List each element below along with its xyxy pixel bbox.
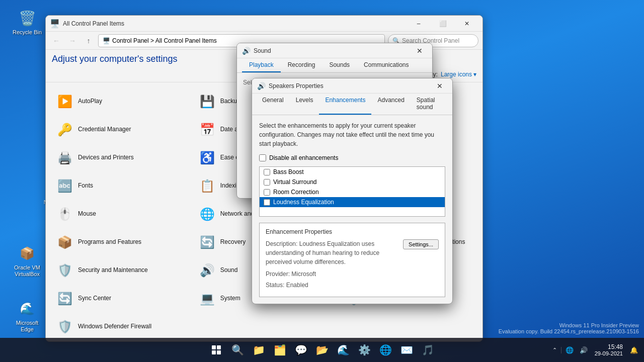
svg-rect-2 bbox=[212, 350, 216, 354]
up-button[interactable]: ↑ bbox=[82, 34, 95, 47]
tab-communications[interactable]: Communications bbox=[357, 58, 416, 72]
room-correction-label: Room Correction bbox=[273, 189, 319, 196]
search-taskbar-button[interactable]: 🔍 bbox=[228, 341, 247, 359]
speakers-dialog-title: Speakers Properties bbox=[269, 82, 429, 89]
cp-item-credential[interactable]: 🔑 Credential Manager bbox=[52, 117, 192, 143]
virtual-surround-checkbox[interactable] bbox=[264, 179, 270, 186]
ease-icon: ♿ bbox=[198, 149, 216, 167]
cp-window-title: All Control Panel Items bbox=[63, 20, 404, 27]
loudness-eq-label: Loudness Equalization bbox=[273, 199, 334, 206]
speakers-titlebar: 🔊 Speakers Properties ✕ bbox=[252, 78, 452, 94]
chevron-down-icon: ▾ bbox=[473, 71, 476, 78]
enhancement-bass-boost[interactable]: Bass Boost bbox=[260, 167, 445, 177]
settings-button[interactable]: ⚙️ bbox=[355, 341, 373, 359]
tab-general[interactable]: General bbox=[256, 94, 290, 115]
sound-dialog-title: Sound bbox=[254, 47, 409, 54]
address-icon: 🖥️ bbox=[103, 37, 110, 44]
network-icon: 🌐 bbox=[198, 205, 216, 223]
cp-item-autoplay[interactable]: ▶️ AutoPlay bbox=[52, 88, 192, 115]
taskbar-date: 29-09-2021 bbox=[595, 350, 623, 356]
edge-icon: 🌊 bbox=[17, 299, 37, 319]
system-icon: 💻 bbox=[198, 290, 216, 308]
file-explorer-button[interactable]: 📁 bbox=[250, 341, 268, 359]
sync-icon: 🔄 bbox=[56, 290, 74, 308]
forward-button[interactable]: → bbox=[66, 34, 79, 47]
sound-dialog-icon: 🔊 bbox=[242, 47, 251, 55]
widgets-button[interactable]: 🗂️ bbox=[271, 341, 289, 359]
sync-label: Sync Center bbox=[78, 295, 111, 303]
recovery-label: Recovery bbox=[220, 238, 246, 246]
network-icon-taskbar[interactable]: 🌐 bbox=[564, 346, 576, 354]
provider-value: Microsoft bbox=[291, 270, 316, 278]
devices-icon: 🖨️ bbox=[56, 149, 74, 167]
enhancement-loudness-equalization[interactable]: Loudness Equalization bbox=[260, 197, 445, 207]
enhancement-virtual-surround[interactable]: Virtual Surround bbox=[260, 177, 445, 187]
devices-label: Devices and Printers bbox=[78, 154, 134, 162]
minimize-button[interactable]: – bbox=[407, 16, 430, 32]
start-button[interactable] bbox=[207, 341, 225, 359]
cp-item-mouse[interactable]: 🖱️ Mouse bbox=[52, 201, 192, 227]
system-label: System bbox=[220, 295, 240, 303]
security-icon: 🛡️ bbox=[56, 261, 74, 280]
windows-watermark: Windows 11 Pro Insider Preview Evaluatio… bbox=[499, 322, 639, 334]
tab-enhancements[interactable]: Enhancements bbox=[319, 94, 371, 115]
desktop-icon-oracle[interactable]: 📦 Oracle VM VirtualBox bbox=[9, 241, 45, 280]
disable-all-label[interactable]: Disable all enhancements bbox=[269, 154, 338, 161]
autoplay-label: AutoPlay bbox=[78, 98, 102, 106]
cp-item-sync[interactable]: 🔄 Sync Center bbox=[52, 286, 192, 312]
recycle-bin-icon: 🗑️ bbox=[17, 8, 37, 28]
cp-item-programs[interactable]: 📦 Programs and Features bbox=[52, 229, 192, 255]
edge-taskbar-button[interactable]: 🌊 bbox=[334, 341, 352, 359]
sound-label: Sound bbox=[220, 266, 238, 275]
cp-item-devices[interactable]: 🖨️ Devices and Printers bbox=[52, 145, 192, 171]
bass-boost-checkbox[interactable] bbox=[264, 169, 270, 175]
back-button[interactable]: ← bbox=[50, 34, 63, 47]
loudness-eq-checkbox[interactable] bbox=[264, 199, 270, 206]
watermark-line1: Windows 11 Pro Insider Preview bbox=[499, 322, 639, 328]
system-tray[interactable]: ⌃ bbox=[548, 347, 561, 353]
chrome-taskbar-button[interactable]: 🌐 bbox=[376, 341, 394, 359]
edge-label: Microsoft Edge bbox=[11, 320, 43, 333]
view-mode-text: Large icons bbox=[441, 71, 472, 78]
close-button[interactable]: ✕ bbox=[455, 16, 478, 32]
disable-all-checkbox[interactable] bbox=[259, 154, 266, 161]
svg-rect-3 bbox=[217, 350, 221, 354]
fonts-label: Fonts bbox=[78, 182, 93, 190]
desktop-icon-recycle-bin[interactable]: 🗑️ Recycle Bin bbox=[9, 6, 45, 38]
bass-boost-label: Bass Boost bbox=[273, 168, 304, 175]
desktop-icon-edge[interactable]: 🌊 Microsoft Edge bbox=[9, 297, 45, 335]
tab-sounds[interactable]: Sounds bbox=[322, 58, 357, 72]
files-button[interactable]: 📂 bbox=[313, 341, 331, 359]
tab-playback[interactable]: Playback bbox=[242, 58, 281, 72]
chevron-up-icon: ⌃ bbox=[552, 347, 557, 353]
tab-recording[interactable]: Recording bbox=[281, 58, 323, 72]
audio-button[interactable]: 🎵 bbox=[419, 341, 437, 359]
sound-icon: 🔊 bbox=[198, 261, 216, 280]
provider-row: Provider: Microsoft bbox=[266, 269, 439, 279]
tab-levels[interactable]: Levels bbox=[290, 94, 319, 115]
window-controls: – ⬜ ✕ bbox=[407, 16, 478, 32]
tab-advanced[interactable]: Advanced bbox=[371, 94, 410, 115]
room-correction-checkbox[interactable] bbox=[264, 189, 270, 196]
enhancement-properties-section: Enhancement Properties Settings... Descr… bbox=[259, 223, 445, 297]
teams-button[interactable]: 💬 bbox=[292, 341, 310, 359]
settings-button[interactable]: Settings... bbox=[403, 239, 439, 249]
oracle-icon: 📦 bbox=[17, 243, 37, 263]
tab-spatial-sound[interactable]: Spatial sound bbox=[411, 94, 448, 115]
taskbar-time: 15:48 bbox=[608, 343, 623, 350]
view-by-button[interactable]: Large icons ▾ bbox=[441, 71, 476, 78]
cp-item-windows-def[interactable]: 🛡️ Windows Defender Firewall bbox=[52, 314, 192, 340]
volume-icon-taskbar[interactable]: 🔊 bbox=[578, 346, 590, 354]
disable-all-row: Disable all enhancements bbox=[259, 154, 445, 161]
cp-item-fonts[interactable]: 🔤 Fonts bbox=[52, 173, 192, 199]
sound-dialog-close-button[interactable]: ✕ bbox=[412, 44, 427, 57]
cp-item-security[interactable]: 🛡️ Security and Maintenance bbox=[52, 257, 192, 284]
notification-center-button[interactable]: 🔔 bbox=[628, 346, 640, 354]
speakers-close-button[interactable]: ✕ bbox=[432, 79, 447, 93]
maximize-button[interactable]: ⬜ bbox=[431, 16, 454, 32]
recovery-icon: 🔄 bbox=[198, 233, 216, 251]
mail-button[interactable]: ✉️ bbox=[397, 341, 416, 359]
clock-display[interactable]: 15:48 29-09-2021 bbox=[592, 343, 626, 356]
enhancement-room-correction[interactable]: Room Correction bbox=[260, 187, 445, 197]
speakers-tabs: General Levels Enhancements Advanced Spa… bbox=[252, 94, 452, 115]
